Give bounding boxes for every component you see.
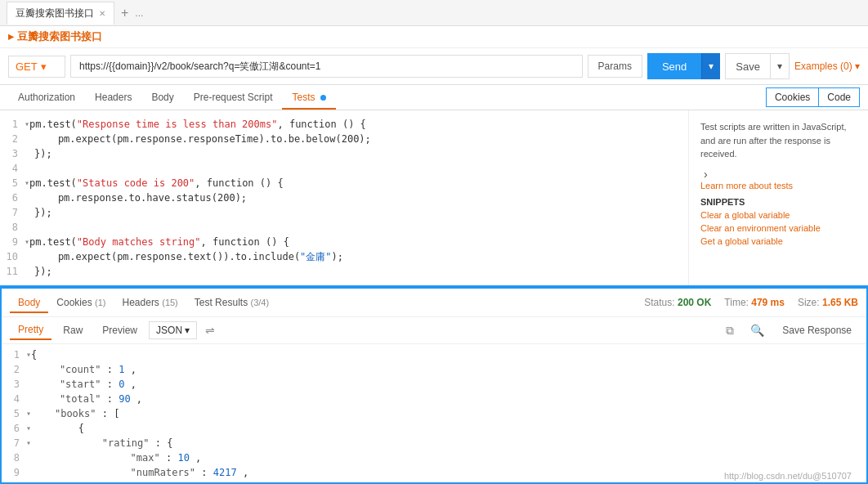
- send-dropdown-button[interactable]: ▾: [701, 53, 720, 79]
- line-number: 7: [2, 436, 26, 450]
- tab-add-button[interactable]: +: [118, 6, 132, 20]
- code-token: , function () {: [201, 236, 289, 248]
- json-value: 0: [119, 379, 124, 390]
- time-prefix: Time:: [724, 297, 749, 308]
- learn-more-link[interactable]: Learn more about tests: [700, 181, 857, 190]
- json-colon: :: [190, 482, 201, 482]
- snippet1-link[interactable]: Clear a global variable: [700, 210, 857, 220]
- status-prefix: Status:: [644, 297, 674, 308]
- send-group: Send ▾: [647, 53, 720, 79]
- send-button[interactable]: Send: [647, 53, 701, 79]
- line-number: 1: [2, 347, 26, 362]
- code-token: pm.response.to.have.status(200);: [34, 190, 688, 205]
- json-comma: ,: [136, 393, 142, 405]
- tab-more-button[interactable]: ...: [135, 7, 143, 19]
- json-line: 5 ▾ "books" : [: [2, 406, 866, 421]
- format-pretty-button[interactable]: Pretty: [10, 320, 51, 340]
- method-select[interactable]: GET ▾: [8, 56, 65, 78]
- json-format-select[interactable]: JSON ▾: [149, 321, 197, 339]
- line-number: 6: [0, 190, 25, 205]
- cookies-button[interactable]: Cookies: [766, 87, 819, 107]
- line-number: 9: [0, 235, 25, 249]
- code-line: 11 });: [0, 264, 688, 279]
- json-line: 3 "start" : 0 ,: [2, 377, 866, 392]
- json-line: 6 ▾ {: [2, 421, 866, 436]
- line-number: 5: [0, 176, 25, 190]
- code-token: [25, 220, 688, 235]
- save-button[interactable]: Save: [725, 53, 771, 79]
- page-title-bar: ▸ 豆瓣搜索图书接口: [0, 26, 868, 48]
- resp-tab-cookies[interactable]: Cookies (1): [48, 292, 114, 313]
- url-input[interactable]: [70, 55, 583, 78]
- line-number: 6: [2, 421, 26, 436]
- tab-pre-request[interactable]: Pre-request Script: [184, 85, 283, 110]
- params-button[interactable]: Params: [588, 55, 642, 78]
- code-token: });: [34, 205, 688, 220]
- page-tab[interactable]: 豆瓣搜索图书接口 ✕: [7, 2, 114, 25]
- line-number: 2: [0, 132, 25, 146]
- tab-tests-label: Tests: [292, 92, 315, 103]
- line-number: 3: [0, 146, 25, 161]
- search-button[interactable]: 🔍: [745, 322, 769, 338]
- filter-icon[interactable]: ⇌: [205, 324, 215, 337]
- tab-body[interactable]: Body: [141, 85, 183, 110]
- snippet2-link[interactable]: Clear an environment variable: [700, 223, 857, 233]
- format-preview-button[interactable]: Preview: [94, 321, 145, 339]
- size-prefix: Size:: [798, 297, 820, 308]
- resp-tab-test-results[interactable]: Test Results (3/4): [186, 292, 277, 313]
- copy-button[interactable]: ⧉: [721, 322, 739, 339]
- resp-tab-body-label: Body: [18, 297, 40, 308]
- json-line: 1 ▾ {: [2, 347, 866, 362]
- save-response-button[interactable]: Save Response: [776, 321, 858, 339]
- tab-authorization[interactable]: Authorization: [8, 85, 85, 110]
- json-key: "max": [36, 452, 160, 464]
- tab-close-icon[interactable]: ✕: [99, 9, 105, 18]
- code-token: , function () {: [277, 119, 365, 130]
- editor-area: 1 ▾ pm.test("Response time is less than …: [0, 110, 868, 287]
- hint-arrow-icon[interactable]: ›: [704, 168, 708, 181]
- json-comma: ,: [131, 379, 136, 390]
- request-bar: GET ▾ Params Send ▾ Save ▾ Examples (0) …: [0, 48, 868, 85]
- json-chevron-icon: ▾: [182, 325, 190, 336]
- code-token: pm.expect(pm.response.text()).to.include…: [34, 251, 300, 262]
- watermark: http://blog.csdn.net/du@510707: [724, 471, 852, 481]
- code-line: 2 pm.expect(pm.response.responseTime).to…: [0, 132, 688, 146]
- method-chevron-icon: ▾: [41, 60, 47, 73]
- snippet3-link[interactable]: Get a global variable: [700, 236, 857, 246]
- code-token: "Body matches string": [77, 236, 201, 248]
- json-value: 4217: [213, 467, 237, 478]
- code-token: "Response time is less than 200ms": [77, 119, 278, 130]
- json-line: 7 ▾ "rating" : {: [2, 436, 866, 450]
- code-editor[interactable]: 1 ▾ pm.test("Response time is less than …: [0, 110, 688, 285]
- json-brace: {: [31, 347, 37, 362]
- resp-tab-body[interactable]: Body: [10, 292, 48, 313]
- json-value: 90: [119, 393, 130, 405]
- snippets-title: SNIPPETS: [700, 197, 857, 207]
- resp-tab-test-results-label: Test Results: [195, 297, 248, 308]
- json-key: "start": [36, 379, 101, 390]
- json-key: "books": [31, 408, 96, 419]
- save-dropdown-button[interactable]: ▾: [771, 53, 790, 79]
- json-brace: {: [31, 421, 84, 436]
- examples-link[interactable]: Examples (0) ▾: [794, 60, 860, 72]
- line-number: 10: [2, 480, 26, 482]
- json-key: "numRaters": [36, 467, 195, 478]
- code-button[interactable]: Code: [819, 87, 860, 107]
- resp-cookies-badge: (1): [95, 298, 105, 307]
- tab-headers[interactable]: Headers: [85, 85, 141, 110]
- request-tab-bar: Authorization Headers Body Pre-request S…: [0, 85, 868, 110]
- json-colon: :: [107, 364, 119, 375]
- format-raw-button[interactable]: Raw: [55, 321, 91, 339]
- resp-headers-badge: (15): [162, 298, 178, 307]
- page-title: ▸ 豆瓣搜索图书接口: [8, 30, 102, 43]
- code-token: );: [332, 251, 343, 262]
- resp-tab-headers-label: Headers: [123, 297, 159, 308]
- tab-tests[interactable]: Tests: [282, 85, 335, 110]
- code-token: [25, 161, 688, 176]
- code-line: 9 ▾ pm.test("Body matches string", funct…: [0, 235, 688, 249]
- resp-tab-headers[interactable]: Headers (15): [114, 292, 186, 313]
- json-line: 4 "total" : 90 ,: [2, 392, 866, 406]
- json-key: "average": [36, 482, 184, 482]
- code-line: 4: [0, 161, 688, 176]
- tab-headers-label: Headers: [95, 92, 132, 103]
